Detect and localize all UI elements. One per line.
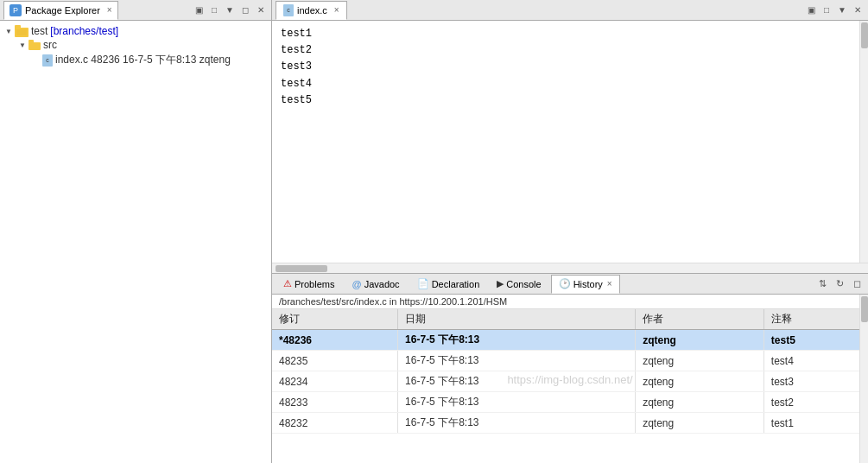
file-label: index.c 48236 16-7-5 下午8:13 zqteng: [55, 53, 231, 67]
tab-console[interactable]: ▶ Console: [489, 275, 548, 294]
cell-comment-1: test4: [763, 351, 867, 371]
bottom-vscroll[interactable]: [859, 295, 868, 463]
tab-problems-label: Problems: [295, 279, 334, 289]
tree-item-src[interactable]: ▼ src: [3, 38, 268, 52]
cell-comment-2: test3: [763, 371, 867, 392]
src-folder-icon: [29, 40, 41, 50]
cell-author-0: zqteng: [636, 330, 764, 351]
table-row[interactable]: 4823216-7-5 下午8:13zqtengtest1: [272, 413, 868, 434]
javadoc-icon: @: [352, 279, 361, 289]
main-area: P Package Explorer × ▣ □ ▼ ◻ ✕ ▼: [0, 0, 868, 463]
panel-restore-icon[interactable]: ◻: [238, 3, 252, 17]
package-explorer-close-icon[interactable]: ×: [107, 5, 112, 15]
tab-javadoc[interactable]: @ Javadoc: [344, 275, 407, 294]
editor-hscroll[interactable]: [272, 263, 868, 273]
src-folder-label: src: [43, 39, 57, 51]
cell-author-1: zqteng: [636, 351, 764, 371]
cell-revision-1: 48235: [272, 351, 398, 371]
cell-comment-4: test1: [763, 413, 867, 434]
maximize-panel-icon[interactable]: ◻: [849, 276, 865, 292]
col-header-revision: 修订: [272, 309, 398, 330]
table-row[interactable]: *4823616-7-5 下午8:13zqtengtest5: [272, 330, 868, 351]
cell-author-3: zqteng: [636, 392, 764, 413]
svg-rect-2: [16, 29, 27, 35]
path-bar: /branches/test/src/index.c in https://10…: [272, 295, 868, 309]
editor-line-4: test4: [281, 76, 859, 92]
tree-item-project[interactable]: ▼ test [branches/test]: [3, 24, 268, 38]
editor-menu-icon[interactable]: ▼: [835, 3, 849, 17]
table-row[interactable]: 4823416-7-5 下午8:13zqtengtest3: [272, 371, 868, 392]
cell-author-2: zqteng: [636, 371, 764, 392]
editor-maximize-icon[interactable]: □: [820, 3, 833, 17]
package-explorer-tab-bar: P Package Explorer × ▣ □ ▼ ◻ ✕: [0, 0, 271, 21]
editor-area: c index.c × ▣ □ ▼ ✕ test1 test2 test3 te…: [272, 0, 868, 273]
project-branch-label: [branches/test]: [50, 25, 118, 37]
minimize-icon[interactable]: ▣: [192, 3, 206, 17]
bottom-content: /branches/test/src/index.c in https://10…: [272, 295, 868, 463]
refresh-icon[interactable]: ↻: [832, 276, 847, 292]
right-panel: c index.c × ▣ □ ▼ ✕ test1 test2 test3 te…: [272, 0, 868, 463]
tab-problems[interactable]: ⚠ Problems: [276, 275, 342, 294]
editor-tab-bar: c index.c × ▣ □ ▼ ✕: [272, 0, 868, 21]
cell-comment-0: test5: [763, 330, 867, 351]
history-tab-close-icon[interactable]: ×: [607, 279, 612, 289]
tree-arrow-project: ▼: [5, 28, 12, 35]
editor-file-icon: c: [283, 4, 294, 16]
package-explorer-icon: P: [10, 4, 22, 16]
tab-history[interactable]: 🕑 History ×: [551, 275, 620, 294]
editor-line-2: test2: [281, 42, 859, 59]
col-header-date: 日期: [398, 309, 636, 330]
cell-revision-2: 48234: [272, 371, 398, 392]
tree-item-indexc[interactable]: ► c index.c 48236 16-7-5 下午8:13 zqteng: [3, 52, 268, 68]
panel-close-icon[interactable]: ✕: [254, 3, 268, 17]
editor-tab-label: index.c: [297, 5, 327, 16]
left-panel: P Package Explorer × ▣ □ ▼ ◻ ✕ ▼: [0, 0, 272, 463]
table-header-row: 修订 日期 作者 注释: [272, 309, 868, 330]
maximize-icon[interactable]: □: [207, 3, 221, 17]
cell-date-3: 16-7-5 下午8:13: [398, 392, 636, 413]
tab-declaration[interactable]: 📄 Declaration: [409, 275, 488, 294]
editor-tab-close-icon[interactable]: ×: [334, 5, 339, 15]
bottom-scroll-thumb[interactable]: [861, 296, 868, 322]
declaration-icon: 📄: [417, 278, 429, 289]
package-explorer-tab[interactable]: P Package Explorer ×: [3, 1, 118, 20]
svg-rect-1: [15, 25, 21, 29]
bottom-tab-bar: ⚠ Problems @ Javadoc 📄 Declaration ▶ Con…: [272, 274, 868, 295]
console-icon: ▶: [497, 278, 504, 289]
problems-icon: ⚠: [283, 278, 292, 289]
tab-history-label: History: [573, 279, 603, 289]
tab-javadoc-label: Javadoc: [364, 279, 400, 289]
editor-minimize-icon[interactable]: ▣: [804, 3, 818, 17]
cell-comment-3: test2: [763, 392, 867, 413]
svg-rect-3: [29, 42, 41, 50]
table-row[interactable]: 4823316-7-5 下午8:13zqtengtest2: [272, 392, 868, 413]
editor-tab-indexc[interactable]: c index.c ×: [276, 1, 347, 20]
editor-line-3: test3: [281, 59, 859, 75]
project-label: test: [31, 25, 48, 37]
col-header-comment: 注释: [763, 309, 867, 330]
editor-scroll-thumb[interactable]: [861, 22, 868, 48]
package-explorer-actions: ▣ □ ▼ ◻ ✕: [192, 3, 268, 17]
editor-hscroll-thumb[interactable]: [276, 265, 327, 272]
cell-revision-3: 48233: [272, 392, 398, 413]
cell-date-1: 16-7-5 下午8:13: [398, 351, 636, 371]
history-icon: 🕑: [559, 278, 571, 289]
cell-date-2: 16-7-5 下午8:13: [398, 371, 636, 392]
tab-declaration-label: Declaration: [432, 279, 480, 289]
cell-date-4: 16-7-5 下午8:13: [398, 413, 636, 434]
svg-rect-4: [29, 40, 34, 43]
editor-close-icon[interactable]: ✕: [851, 3, 865, 17]
sync-icon[interactable]: ⇅: [814, 276, 830, 292]
editor-line-1: test1: [281, 26, 859, 42]
file-tree: ▼ test [branches/test] ▼: [0, 21, 271, 463]
editor-vscroll[interactable]: [859, 21, 868, 263]
table-row[interactable]: 4823516-7-5 下午8:13zqtengtest4: [272, 351, 868, 371]
panel-menu-icon[interactable]: ▼: [223, 3, 237, 17]
cell-author-4: zqteng: [636, 413, 764, 434]
cell-revision-0: *48236: [272, 330, 398, 351]
tree-arrow-src: ▼: [19, 41, 26, 49]
bottom-tab-actions: ⇅ ↻ ◻: [814, 276, 865, 292]
editor-tab-actions: ▣ □ ▼ ✕: [804, 3, 865, 17]
file-icon: c: [42, 54, 53, 67]
cell-revision-4: 48232: [272, 413, 398, 434]
